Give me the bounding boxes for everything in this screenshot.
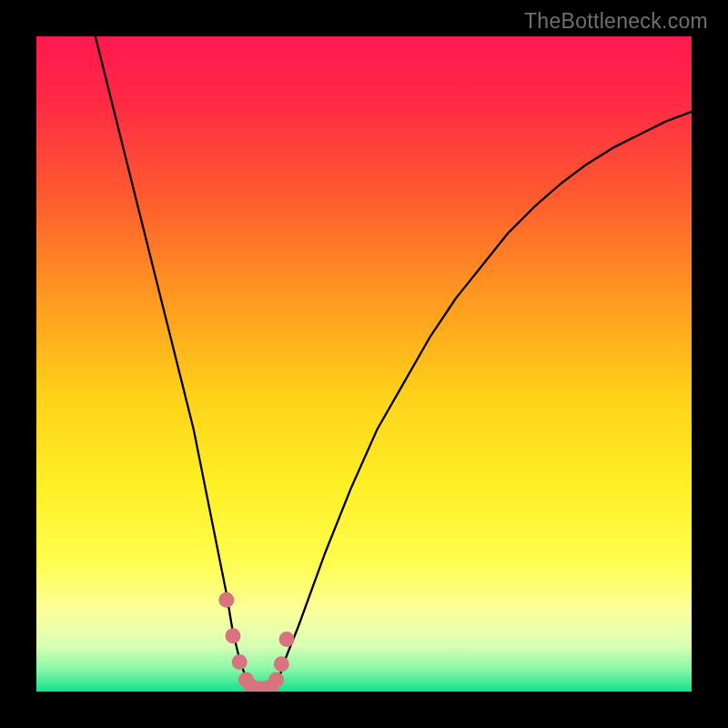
chart-frame: TheBottleneck.com (0, 0, 728, 728)
marker-dot (268, 672, 284, 688)
bottleneck-curve (96, 36, 692, 689)
curve-layer (36, 36, 692, 692)
marker-group (218, 592, 294, 692)
marker-dot (218, 592, 234, 608)
marker-dot (279, 632, 295, 647)
marker-dot (226, 628, 241, 643)
marker-dot (274, 656, 289, 672)
watermark-text: TheBottleneck.com (524, 9, 708, 34)
marker-dot (232, 654, 248, 670)
plot-area (36, 36, 692, 692)
